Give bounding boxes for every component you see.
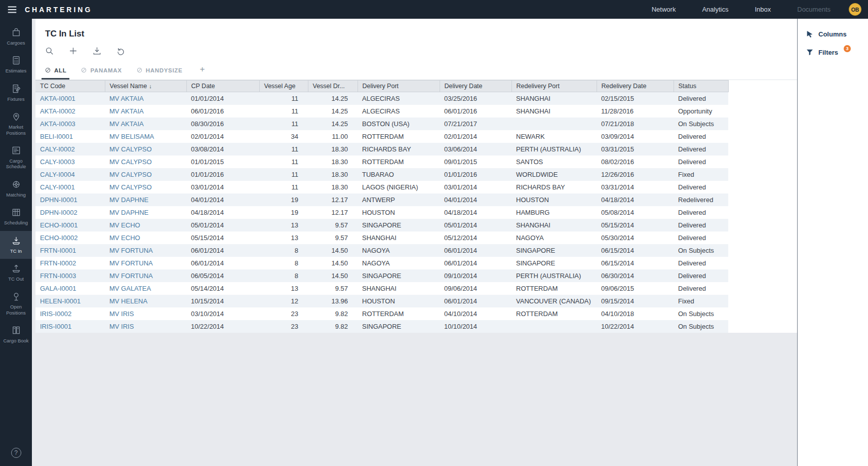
table-row[interactable]: CALY-I0004MV CALYPSO01/01/20161118.30TUB… (35, 168, 728, 181)
column-header-redelivery-port[interactable]: Redelivery Port (511, 81, 597, 92)
view-tabs: ALLPANAMAXHANDYSIZE+ (35, 63, 797, 80)
cell-vessel-name[interactable]: MV BELISAMA (105, 130, 186, 143)
table-row[interactable]: GALA-I0001MV GALATEA05/14/2014139.57SHAN… (35, 282, 728, 295)
table-row[interactable]: HELEN-I0001MV HELENA10/15/20141213.96HOU… (35, 295, 728, 307)
tab-panamax[interactable]: PANAMAX (77, 63, 125, 80)
help-button[interactable]: ? (0, 448, 32, 458)
column-header-cp-date[interactable]: CP Date (186, 81, 259, 92)
cell-vessel-name[interactable]: MV DAPHNE (105, 206, 186, 219)
cell-vessel-age: 11 (259, 105, 308, 118)
column-header-vessel-age[interactable]: Vessel Age (259, 81, 308, 92)
filters-button[interactable]: Filters 3 (798, 43, 868, 61)
cell-tc-code[interactable]: CALY-I0002 (35, 143, 105, 156)
table-row[interactable]: CALY-I0002MV CALYPSO03/08/20141118.30RIC… (35, 143, 728, 156)
table-row[interactable]: ECHO-I0001MV ECHO05/01/2014139.57SINGAPO… (35, 219, 728, 231)
cell-vessel-name[interactable]: MV ECHO (105, 231, 186, 244)
cell-tc-code[interactable]: CALY-I0004 (35, 168, 105, 181)
filter-icon (806, 48, 814, 56)
cell-vessel-name[interactable]: MV CALYPSO (105, 156, 186, 168)
table-row[interactable]: AKTA-I0001MV AKTAIA01/01/20141114.25ALGE… (35, 92, 728, 105)
sidebar-item-market-positions[interactable]: Market Positions (0, 107, 32, 141)
sidebar-item-estimates[interactable]: Estimates (0, 51, 32, 79)
sidebar-item-scheduling[interactable]: Scheduling (0, 203, 32, 230)
cell-vessel-name[interactable]: MV GALATEA (105, 282, 186, 295)
column-header-redelivery-date[interactable]: Redelivery Date (597, 81, 674, 92)
cell-tc-code[interactable]: AKTA-I0002 (35, 105, 105, 118)
cell-vessel-name[interactable]: MV FORTUNA (105, 257, 186, 269)
cell-tc-code[interactable]: IRIS-I0001 (35, 320, 105, 333)
cell-vessel-name[interactable]: MV AKTAIA (105, 105, 186, 118)
cell-vessel-name[interactable]: MV DAPHNE (105, 193, 186, 206)
table-row[interactable]: DPHN-I0001MV DAPHNE04/01/20141912.17ANTW… (35, 193, 728, 206)
top-nav-analytics[interactable]: Analytics (702, 6, 728, 13)
sidebar-item-cargo-book[interactable]: Cargo Book (0, 321, 32, 348)
sidebar-item-tc-out[interactable]: TC Out (0, 259, 32, 287)
cell-tc-code[interactable]: AKTA-I0003 (35, 118, 105, 130)
cell-tc-code[interactable]: ECHO-I0001 (35, 219, 105, 231)
cell-vessel-name[interactable]: MV FORTUNA (105, 269, 186, 282)
cell-tc-code[interactable]: GALA-I0001 (35, 282, 105, 295)
cell-vessel-name[interactable]: MV ECHO (105, 219, 186, 231)
column-header-delivery-date[interactable]: Delivery Date (440, 81, 511, 92)
cell-vessel-dr: 14.50 (308, 244, 358, 257)
table-row[interactable]: CALY-I0003MV CALYPSO01/01/20151118.30ROT… (35, 156, 728, 168)
search-button[interactable] (44, 45, 55, 57)
cell-tc-code[interactable]: ECHO-I0002 (35, 231, 105, 244)
table-row[interactable]: FRTN-I0003MV FORTUNA06/05/2014814.50SING… (35, 269, 728, 282)
cell-tc-code[interactable]: HELEN-I0001 (35, 295, 105, 307)
menu-icon[interactable] (7, 4, 18, 15)
column-header-vessel-dr[interactable]: Vessel Dr... (308, 81, 358, 92)
cell-tc-code[interactable]: DPHN-I0002 (35, 206, 105, 219)
column-header-delivery-port[interactable]: Delivery Port (358, 81, 440, 92)
table-row[interactable]: DPHN-I0002MV DAPHNE04/18/20141912.17HOUS… (35, 206, 728, 219)
table-row[interactable]: FRTN-I0001MV FORTUNA06/01/2014814.50NAGO… (35, 244, 728, 257)
download-button[interactable] (91, 45, 103, 57)
table-row[interactable]: ECHO-I0002MV ECHO05/15/2014139.57SHANGHA… (35, 231, 728, 244)
sidebar-item-fixtures[interactable]: Fixtures (0, 79, 32, 107)
tab-handysize[interactable]: HANDYSIZE (133, 63, 186, 80)
cell-vessel-name[interactable]: MV HELENA (105, 295, 186, 307)
sidebar-item-matching[interactable]: Matching (0, 175, 32, 203)
column-header-vessel-name[interactable]: Vessel Name↓ (105, 81, 186, 92)
cell-vessel-name[interactable]: MV FORTUNA (105, 244, 186, 257)
top-nav-network[interactable]: Network (652, 6, 676, 13)
add-view-tab[interactable]: + (193, 63, 211, 80)
sidebar-item-cargo-schedule[interactable]: Cargo Schedule (0, 141, 32, 175)
table-row[interactable]: BELI-I0001MV BELISAMA02/01/20143411.00RO… (35, 130, 728, 143)
columns-button[interactable]: Columns (798, 25, 868, 43)
cell-tc-code[interactable]: FRTN-I0002 (35, 257, 105, 269)
cell-cp-date: 02/01/2014 (186, 130, 259, 143)
top-nav-inbox[interactable]: Inbox (755, 6, 771, 13)
column-header-tc-code[interactable]: TC Code (35, 81, 105, 92)
cell-vessel-name[interactable]: MV CALYPSO (105, 168, 186, 181)
cell-vessel-name[interactable]: MV CALYPSO (105, 181, 186, 193)
cell-vessel-name[interactable]: MV AKTAIA (105, 118, 186, 130)
cell-tc-code[interactable]: AKTA-I0001 (35, 92, 105, 105)
table-row[interactable]: IRIS-I0001MV IRIS10/22/2014239.82SINGAPO… (35, 320, 728, 333)
cell-tc-code[interactable]: BELI-I0001 (35, 130, 105, 143)
cell-vessel-name[interactable]: MV IRIS (105, 320, 186, 333)
cell-vessel-name[interactable]: MV AKTAIA (105, 92, 186, 105)
cell-vessel-name[interactable]: MV IRIS (105, 307, 186, 320)
avatar[interactable]: OB (849, 3, 861, 16)
cell-tc-code[interactable]: CALY-I0001 (35, 181, 105, 193)
table-row[interactable]: AKTA-I0003MV AKTAIA08/30/20161114.25BOST… (35, 118, 728, 130)
cell-tc-code[interactable]: FRTN-I0001 (35, 244, 105, 257)
cell-tc-code[interactable]: FRTN-I0003 (35, 269, 105, 282)
cell-tc-code[interactable]: DPHN-I0001 (35, 193, 105, 206)
tab-all[interactable]: ALL (42, 63, 69, 80)
cell-tc-code[interactable]: IRIS-I0002 (35, 307, 105, 320)
table-row[interactable]: AKTA-I0002MV AKTAIA06/01/20161114.25ALGE… (35, 105, 728, 118)
table-row[interactable]: IRIS-I0002MV IRIS03/10/2014239.82ROTTERD… (35, 307, 728, 320)
add-button[interactable] (67, 45, 79, 57)
table-row[interactable]: CALY-I0001MV CALYPSO03/01/20141118.30LAG… (35, 181, 728, 193)
column-header-status[interactable]: Status (674, 81, 728, 92)
cell-vessel-name[interactable]: MV CALYPSO (105, 143, 186, 156)
sidebar-item-tc-in[interactable]: TC In (0, 231, 32, 259)
sidebar-item-open-positions[interactable]: Open Positions (0, 287, 32, 321)
sidebar-item-cargoes[interactable]: Cargoes (0, 23, 32, 51)
column-header-label: Redelivery Date (602, 83, 647, 90)
reset-button[interactable] (115, 45, 127, 57)
cell-tc-code[interactable]: CALY-I0003 (35, 156, 105, 168)
table-row[interactable]: FRTN-I0002MV FORTUNA06/01/2014814.50NAGO… (35, 257, 728, 269)
